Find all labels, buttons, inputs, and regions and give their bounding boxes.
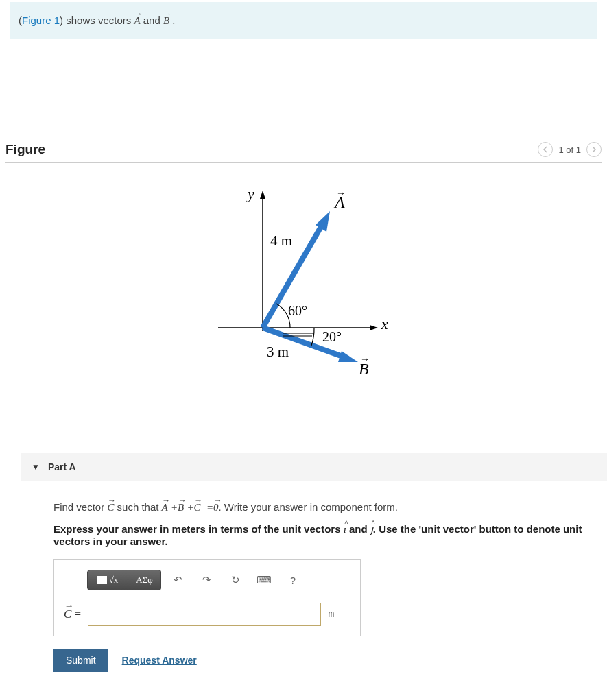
vector-A-symbol: A [134, 15, 140, 26]
figure-title: Figure [5, 142, 45, 157]
help-button[interactable]: ? [281, 570, 305, 590]
part-a-label: Part A [48, 461, 76, 472]
part-a-body: Find vector C such that A +B +C =0. Writ… [21, 481, 607, 672]
intro-after-link: ) shows vectors [60, 14, 134, 26]
equation-toolbar: √x ΑΣφ ↶ ↷ ↻ ⌨ ? [87, 570, 350, 590]
redo-icon: ↷ [202, 574, 211, 586]
submit-button[interactable]: Submit [53, 649, 108, 672]
undo-icon: ↶ [174, 574, 182, 586]
answer-box: √x ΑΣφ ↶ ↷ ↻ ⌨ ? C = m [53, 559, 361, 636]
unit-vector-j: ȷ [370, 524, 373, 535]
question-line-1: Find vector C such that A +B +C =0. Writ… [53, 501, 607, 514]
templates-button[interactable]: √x [87, 570, 128, 590]
svg-text:→: → [360, 354, 370, 364]
axis-y-label: y [246, 185, 254, 202]
help-icon: ? [290, 575, 296, 586]
figure-link[interactable]: Figure 1 [22, 14, 60, 26]
submit-row: Submit Request Answer [53, 649, 607, 672]
intro-and: and [141, 14, 163, 26]
keyboard-icon: ⌨ [257, 574, 272, 586]
answer-unit: m [328, 609, 334, 620]
axis-x-label: x [381, 315, 388, 333]
vector-C-symbol: C [107, 502, 114, 513]
unit-vector-i: ı [344, 524, 346, 535]
vector-B-length: 3 m [267, 343, 289, 360]
zero-vector: 0 [213, 502, 219, 513]
reset-icon: ↻ [231, 574, 240, 586]
figure-prev-button[interactable] [538, 142, 553, 157]
answer-input-row: C = m [64, 603, 350, 626]
figure-nav-text: 1 of 1 [558, 145, 581, 155]
angle-B-label: 20° [322, 329, 342, 344]
greek-button[interactable]: ΑΣφ [128, 570, 161, 590]
vector-diagram: y x A → B → 4 m 3 m 60° 20° [204, 184, 403, 383]
sqrt-icon: √x [109, 575, 119, 586]
answer-lhs: C = [64, 607, 81, 621]
collapse-caret-icon: ▼ [32, 462, 40, 472]
part-a-header[interactable]: ▼ Part A [21, 453, 607, 481]
svg-text:→: → [336, 188, 346, 198]
answer-input[interactable] [88, 603, 321, 626]
reset-button[interactable]: ↻ [223, 570, 248, 590]
figure-next-button[interactable] [586, 142, 602, 157]
svg-marker-1 [260, 191, 265, 199]
question-line-2: Express your answer in meters in terms o… [53, 523, 607, 547]
part-a-section: ▼ Part A Find vector C such that A +B +C… [21, 453, 607, 672]
keyboard-button[interactable]: ⌨ [252, 570, 276, 590]
figure-header: Figure 1 of 1 [5, 142, 602, 163]
svg-marker-7 [338, 351, 358, 362]
svg-marker-3 [370, 325, 378, 330]
angle-A-label: 60° [288, 303, 307, 318]
vector-B-symbol: B [163, 15, 169, 26]
template-icon [97, 576, 107, 584]
problem-intro: (Figure 1) shows vectors A and B . [10, 2, 597, 39]
figure-nav: 1 of 1 [538, 142, 602, 157]
vector-A-length: 4 m [270, 232, 292, 249]
request-answer-link[interactable]: Request Answer [122, 655, 197, 666]
redo-button[interactable]: ↷ [194, 570, 219, 590]
figure-body: y x A → B → 4 m 3 m 60° 20° [0, 163, 607, 398]
undo-button[interactable]: ↶ [165, 570, 190, 590]
